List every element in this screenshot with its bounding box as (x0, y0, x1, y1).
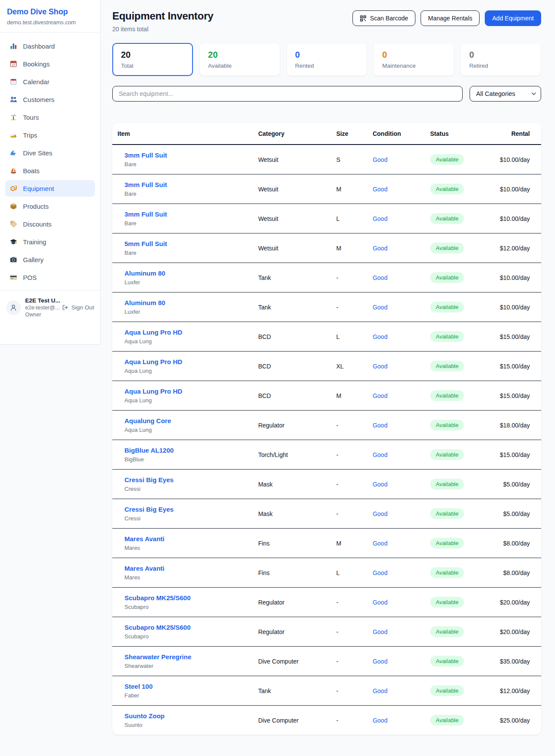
sidebar-item-equipment[interactable]: Equipment (5, 180, 95, 197)
item-brand: Aqua Lung (124, 368, 248, 375)
table-row: Aqua Lung Pro HD Aqua Lung BCD XL Good A… (112, 352, 541, 381)
sidebar-item-products[interactable]: Products (5, 198, 95, 214)
item-name-link[interactable]: Cressi Big Eyes (124, 505, 248, 513)
sidebar-item-tours[interactable]: Tours (5, 109, 95, 125)
item-size: - (331, 470, 367, 499)
item-category: Tank (253, 293, 331, 322)
item-name-link[interactable]: Suunto Zoop (124, 712, 248, 720)
scan-barcode-button[interactable]: Scan Barcode (353, 10, 415, 26)
item-brand: Aqua Lung (124, 427, 248, 434)
item-name-link[interactable]: Aluminum 80 (124, 269, 248, 277)
item-name-link[interactable]: 3mm Full Suit (124, 151, 248, 159)
item-name-link[interactable]: Scubapro MK25/S600 (124, 623, 248, 631)
condition-link[interactable]: Good (372, 717, 387, 724)
item-name-link[interactable]: Cressi Big Eyes (124, 476, 248, 484)
item-size: L (331, 322, 367, 352)
rental-rate: $15.00/day (490, 381, 541, 411)
sidebar-item-pos[interactable]: POS (5, 269, 95, 286)
item-name-link[interactable]: 3mm Full Suit (124, 181, 248, 189)
condition-link[interactable]: Good (372, 422, 387, 429)
item-name-link[interactable]: 3mm Full Suit (124, 210, 248, 218)
table-row: 5mm Full Suit Bare Wetsuit M Good Availa… (112, 233, 541, 263)
item-name-link[interactable]: Aqualung Core (124, 417, 248, 425)
item-category: Wetsuit (253, 174, 331, 204)
item-category: Regulator (253, 588, 331, 617)
sidebar-item-bookings[interactable]: Bookings (5, 56, 95, 72)
search-input[interactable] (112, 86, 463, 102)
condition-link[interactable]: Good (372, 215, 387, 222)
table-row: Aqua Lung Pro HD Aqua Lung BCD L Good Av… (112, 322, 541, 352)
rental-rate: $10.00/day (490, 174, 541, 204)
condition-link[interactable]: Good (372, 333, 387, 340)
page-title: Equipment Inventory (112, 10, 213, 23)
speedboat-icon (10, 131, 17, 139)
item-name-link[interactable]: Steel 100 (124, 682, 248, 690)
condition-link[interactable]: Good (372, 540, 387, 547)
item-name-link[interactable]: Aqua Lung Pro HD (124, 358, 248, 366)
condition-link[interactable]: Good (372, 186, 387, 193)
condition-link[interactable]: Good (372, 451, 387, 458)
item-name-link[interactable]: Mares Avanti (124, 535, 248, 543)
stat-label: Maintenance (382, 62, 445, 69)
tag-icon (10, 220, 17, 228)
status-badge: Available (430, 184, 464, 194)
condition-link[interactable]: Good (372, 510, 387, 517)
condition-link[interactable]: Good (372, 599, 387, 606)
sidebar-item-customers[interactable]: Customers (5, 91, 95, 108)
sidebar-item-dive-sites[interactable]: Dive Sites (5, 145, 95, 161)
manage-rentals-button[interactable]: Manage Rentals (421, 10, 480, 26)
status-badge: Available (430, 420, 464, 431)
item-name-link[interactable]: Aluminum 80 (124, 299, 248, 307)
condition-link[interactable]: Good (372, 481, 387, 488)
item-name-link[interactable]: Aqua Lung Pro HD (124, 387, 248, 395)
shop-domain: demo.test.divestreams.com (7, 19, 93, 26)
sidebar-item-gallery[interactable]: Gallery (5, 251, 95, 268)
stat-label: Retired (469, 62, 532, 69)
item-name-link[interactable]: Mares Avanti (124, 564, 248, 572)
add-equipment-button[interactable]: Add Equipment (485, 10, 541, 26)
items-total: 20 items total (112, 26, 213, 33)
item-category: Torch/Light (253, 440, 331, 470)
stat-card-rented[interactable]: 0 Rented (287, 43, 367, 76)
table-row: Scubapro MK25/S600 Scubapro Regulator - … (112, 588, 541, 617)
sidebar-item-boats[interactable]: Boats (5, 162, 95, 179)
condition-link[interactable]: Good (372, 569, 387, 576)
item-brand: Bare (124, 250, 248, 256)
condition-link[interactable]: Good (372, 304, 387, 311)
status-badge: Available (430, 685, 464, 696)
shop-name[interactable]: Demo Dive Shop (7, 7, 93, 16)
table-row: Mares Avanti Mares Fins M Good Available… (112, 529, 541, 558)
main-content: Equipment Inventory 20 items total Scan … (101, 0, 555, 735)
item-name-link[interactable]: BigBlue AL1200 (124, 446, 248, 454)
category-select[interactable]: All Categories (470, 86, 541, 102)
sidebar-item-trips[interactable]: Trips (5, 127, 95, 143)
stat-card-available[interactable]: 20 Available (199, 43, 280, 76)
item-name-link[interactable]: 5mm Full Suit (124, 240, 248, 248)
condition-link[interactable]: Good (372, 658, 387, 665)
sign-out-button[interactable]: Sign Out (62, 304, 94, 311)
rental-rate: $8.00/day (490, 558, 541, 588)
condition-link[interactable]: Good (372, 392, 387, 399)
condition-link[interactable]: Good (372, 363, 387, 370)
condition-link[interactable]: Good (372, 156, 387, 163)
item-name-link[interactable]: Shearwater Peregrine (124, 653, 248, 661)
sidebar-item-discounts[interactable]: Discounts (5, 216, 95, 232)
condition-link[interactable]: Good (372, 245, 387, 252)
item-size: XL (331, 352, 367, 381)
item-name-link[interactable]: Scubapro MK25/S600 (124, 594, 248, 602)
sidebar-item-label: Equipment (23, 185, 54, 192)
stat-card-retired[interactable]: 0 Retired (460, 43, 541, 76)
sidebar-item-training[interactable]: Training (5, 233, 95, 250)
item-name-link[interactable]: Aqua Lung Pro HD (124, 328, 248, 336)
sidebar-item-dashboard[interactable]: Dashboard (5, 38, 95, 54)
condition-link[interactable]: Good (372, 274, 387, 281)
table-row: Cressi Big Eyes Cressi Mask - Good Avail… (112, 470, 541, 499)
stat-card-total[interactable]: 20 Total (112, 43, 193, 76)
graduation-cap-icon (10, 238, 17, 246)
stat-card-maintenance[interactable]: 0 Maintenance (373, 43, 454, 76)
sidebar-item-calendar[interactable]: Calendar (5, 73, 95, 90)
condition-link[interactable]: Good (372, 687, 387, 694)
condition-link[interactable]: Good (372, 628, 387, 635)
user-icon (10, 304, 17, 312)
filter-row: All Categories (112, 86, 541, 102)
